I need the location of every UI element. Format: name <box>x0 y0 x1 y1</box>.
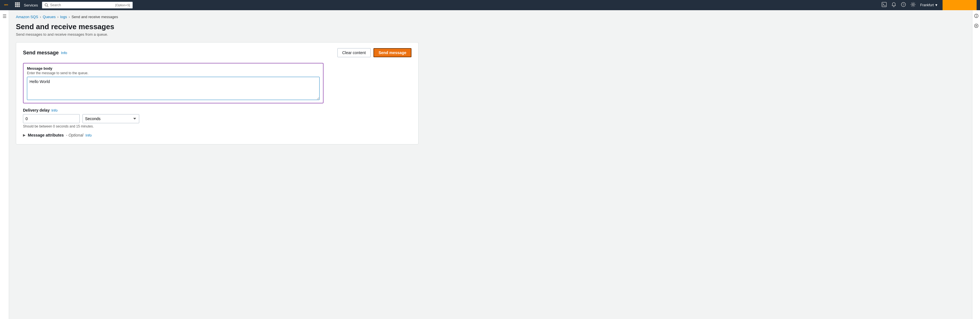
svg-text:?: ? <box>903 3 904 6</box>
breadcrumb-sep-3: › <box>68 15 70 19</box>
breadcrumb-sep-1: › <box>40 15 41 19</box>
apps-icon[interactable] <box>15 2 20 8</box>
card-title: Send message <box>23 50 59 56</box>
message-attributes-section: ▶ Message attributes - Optional Info <box>23 133 412 137</box>
svg-rect-8 <box>17 6 18 7</box>
breadcrumb: Amazon SQS › Queues › logs › Send and re… <box>16 15 965 19</box>
breadcrumb-current: Send and receive messages <box>72 15 118 19</box>
breadcrumb-logs[interactable]: logs <box>60 15 67 19</box>
search-icon <box>45 3 48 7</box>
services-nav-button[interactable]: Services <box>22 3 40 8</box>
settings-icon[interactable] <box>910 2 916 8</box>
delivery-delay-number-input[interactable] <box>23 114 80 123</box>
main-content: Amazon SQS › Queues › logs › Send and re… <box>9 10 972 319</box>
clear-content-button[interactable]: Clear content <box>337 48 371 57</box>
svg-rect-1 <box>15 2 16 4</box>
svg-rect-9 <box>18 6 20 7</box>
card-header: Send message Info Clear content Send mes… <box>23 48 412 57</box>
breadcrumb-sqs[interactable]: Amazon SQS <box>16 15 38 19</box>
page-title: Send and receive messages <box>16 22 965 31</box>
collapse-icon[interactable]: ▶ <box>23 133 25 137</box>
message-attributes-optional: - Optional <box>66 133 83 137</box>
message-body-label: Message body <box>27 66 320 71</box>
terminal-icon[interactable] <box>881 2 887 8</box>
aws-logo[interactable]: aws <box>3 2 13 8</box>
breadcrumb-queues[interactable]: Queues <box>43 15 56 19</box>
svg-rect-4 <box>15 4 16 5</box>
search-shortcut: [Option+S] <box>115 3 130 7</box>
svg-rect-3 <box>18 2 20 4</box>
message-body-textarea[interactable]: Hello World <box>27 77 319 100</box>
delivery-delay-section: Delivery delay Info Seconds Minutes Shou… <box>23 108 412 129</box>
send-message-info-link[interactable]: Info <box>61 51 67 55</box>
send-message-button[interactable]: Send message <box>374 48 412 57</box>
svg-point-21 <box>976 25 977 26</box>
svg-point-19 <box>976 15 977 15</box>
nav-right: ? Frankfurt ▼ <box>881 0 977 10</box>
svg-point-20 <box>974 24 978 28</box>
help-icon[interactable]: ? <box>901 2 906 8</box>
svg-rect-6 <box>18 4 20 5</box>
svg-rect-7 <box>15 6 16 7</box>
search-bar: [Option+S] <box>42 2 133 8</box>
message-body-container: Message body Enter the message to send t… <box>23 63 323 103</box>
right-panel-icon-2[interactable] <box>974 24 978 29</box>
svg-text:aws: aws <box>4 3 8 6</box>
hamburger-icon[interactable]: ☰ <box>3 14 6 19</box>
sidebar-toggle: ☰ <box>0 10 9 319</box>
card-actions: Clear content Send message <box>337 48 412 57</box>
notifications-icon[interactable] <box>891 2 896 8</box>
svg-rect-5 <box>17 4 18 5</box>
search-input[interactable] <box>50 3 107 7</box>
page-subtitle: Send messages to and receive messages fr… <box>16 32 965 37</box>
svg-point-16 <box>912 4 914 5</box>
delivery-delay-hint: Should be between 0 seconds and 15 minut… <box>23 124 412 129</box>
right-sidebar <box>972 10 980 319</box>
message-body-textarea-wrapper: Hello World <box>27 77 320 100</box>
send-message-card: Send message Info Clear content Send mes… <box>16 42 418 144</box>
delivery-delay-unit-select[interactable]: Seconds Minutes <box>83 114 139 123</box>
main-layout: ☰ Amazon SQS › Queues › logs › Send and … <box>0 10 980 319</box>
delivery-delay-label: Delivery delay <box>23 108 49 113</box>
right-panel-icon-1[interactable] <box>974 14 978 19</box>
delivery-delay-info-link[interactable]: Info <box>51 108 57 113</box>
card-title-row: Send message Info <box>23 50 67 56</box>
account-bar[interactable] <box>943 0 977 10</box>
message-attributes-label: Message attributes <box>28 133 64 137</box>
delivery-inputs: Seconds Minutes <box>23 114 412 123</box>
delivery-label-row: Delivery delay Info <box>23 108 412 113</box>
message-attributes-info-link[interactable]: Info <box>86 133 92 137</box>
top-nav: aws Services [Option+S] <box>0 0 980 10</box>
message-body-hint: Enter the message to send to the queue. <box>27 71 320 75</box>
svg-line-11 <box>47 6 48 7</box>
breadcrumb-sep-2: › <box>57 15 59 19</box>
svg-rect-2 <box>17 2 18 4</box>
region-selector[interactable]: Frankfurt ▼ <box>920 3 938 7</box>
